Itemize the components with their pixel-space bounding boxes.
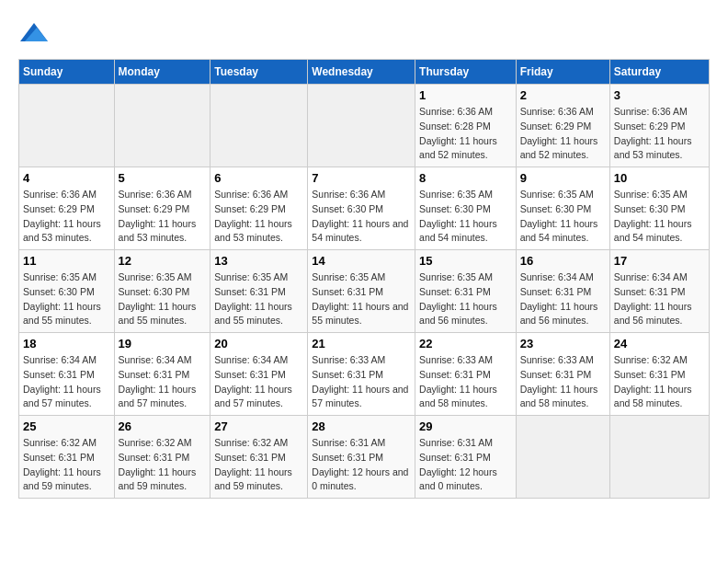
day-number: 22 — [419, 337, 512, 350]
calendar-cell: 16Sunrise: 6:34 AM Sunset: 6:31 PM Dayli… — [516, 250, 609, 333]
day-info: Sunrise: 6:34 AM Sunset: 6:31 PM Dayligh… — [23, 353, 110, 411]
day-number: 12 — [119, 254, 207, 268]
header-saturday: Saturday — [609, 60, 709, 85]
calendar-cell: 17Sunrise: 6:34 AM Sunset: 6:31 PM Dayli… — [609, 250, 709, 333]
calendar-cell: 24Sunrise: 6:32 AM Sunset: 6:31 PM Dayli… — [609, 333, 709, 416]
day-number: 9 — [520, 171, 606, 185]
header-thursday: Thursday — [415, 60, 517, 85]
day-number: 4 — [23, 171, 110, 185]
header-friday: Friday — [516, 60, 609, 85]
day-info: Sunrise: 6:35 AM Sunset: 6:31 PM Dayligh… — [214, 270, 303, 328]
day-info: Sunrise: 6:36 AM Sunset: 6:29 PM Dayligh… — [23, 188, 110, 246]
day-number: 26 — [119, 419, 207, 433]
header-tuesday: Tuesday — [210, 60, 308, 85]
day-info: Sunrise: 6:31 AM Sunset: 6:31 PM Dayligh… — [419, 436, 512, 494]
day-number: 24 — [614, 337, 705, 350]
logo-icon — [20, 18, 48, 46]
calendar-cell — [609, 416, 709, 499]
day-number: 11 — [23, 254, 110, 268]
calendar-cell: 8Sunrise: 6:35 AM Sunset: 6:30 PM Daylig… — [415, 167, 517, 250]
header-monday: Monday — [114, 60, 210, 85]
header-wednesday: Wednesday — [308, 60, 415, 85]
calendar-cell: 25Sunrise: 6:32 AM Sunset: 6:31 PM Dayli… — [19, 416, 115, 499]
calendar-cell — [19, 85, 115, 167]
calendar-cell: 7Sunrise: 6:36 AM Sunset: 6:30 PM Daylig… — [308, 167, 415, 250]
logo — [18, 18, 48, 50]
calendar-cell: 10Sunrise: 6:35 AM Sunset: 6:30 PM Dayli… — [609, 167, 709, 250]
day-info: Sunrise: 6:34 AM Sunset: 6:31 PM Dayligh… — [520, 270, 606, 328]
calendar-cell: 15Sunrise: 6:35 AM Sunset: 6:31 PM Dayli… — [415, 250, 517, 333]
day-info: Sunrise: 6:36 AM Sunset: 6:29 PM Dayligh… — [520, 105, 606, 163]
day-info: Sunrise: 6:36 AM Sunset: 6:29 PM Dayligh… — [214, 188, 303, 246]
day-info: Sunrise: 6:35 AM Sunset: 6:31 PM Dayligh… — [312, 270, 411, 328]
day-info: Sunrise: 6:32 AM Sunset: 6:31 PM Dayligh… — [214, 436, 303, 494]
calendar-cell: 3Sunrise: 6:36 AM Sunset: 6:29 PM Daylig… — [609, 85, 709, 167]
calendar-header-row: SundayMondayTuesdayWednesdayThursdayFrid… — [19, 60, 710, 85]
calendar-table: SundayMondayTuesdayWednesdayThursdayFrid… — [18, 59, 710, 499]
day-number: 18 — [23, 337, 110, 350]
week-row-3: 11Sunrise: 6:35 AM Sunset: 6:30 PM Dayli… — [19, 250, 710, 333]
calendar-cell: 12Sunrise: 6:35 AM Sunset: 6:30 PM Dayli… — [114, 250, 210, 333]
page-header — [18, 18, 710, 50]
week-row-1: 1Sunrise: 6:36 AM Sunset: 6:28 PM Daylig… — [19, 85, 710, 167]
calendar-cell: 20Sunrise: 6:34 AM Sunset: 6:31 PM Dayli… — [210, 333, 308, 416]
day-number: 6 — [214, 171, 303, 185]
day-number: 21 — [312, 337, 411, 350]
day-info: Sunrise: 6:33 AM Sunset: 6:31 PM Dayligh… — [520, 353, 606, 411]
day-info: Sunrise: 6:33 AM Sunset: 6:31 PM Dayligh… — [312, 353, 411, 411]
day-info: Sunrise: 6:36 AM Sunset: 6:28 PM Dayligh… — [419, 105, 512, 163]
day-number: 15 — [419, 254, 512, 268]
calendar-cell: 4Sunrise: 6:36 AM Sunset: 6:29 PM Daylig… — [19, 167, 115, 250]
day-number: 2 — [520, 88, 606, 102]
day-number: 16 — [520, 254, 606, 268]
day-number: 29 — [419, 419, 512, 433]
calendar-cell: 13Sunrise: 6:35 AM Sunset: 6:31 PM Dayli… — [210, 250, 308, 333]
day-number: 23 — [520, 337, 606, 350]
day-number: 13 — [214, 254, 303, 268]
calendar-cell: 27Sunrise: 6:32 AM Sunset: 6:31 PM Dayli… — [210, 416, 308, 499]
day-number: 25 — [23, 419, 110, 433]
calendar-cell: 18Sunrise: 6:34 AM Sunset: 6:31 PM Dayli… — [19, 333, 115, 416]
day-info: Sunrise: 6:33 AM Sunset: 6:31 PM Dayligh… — [419, 353, 512, 411]
day-number: 17 — [614, 254, 705, 268]
day-number: 3 — [614, 88, 705, 102]
day-number: 28 — [312, 419, 411, 433]
day-info: Sunrise: 6:35 AM Sunset: 6:30 PM Dayligh… — [23, 270, 110, 328]
header-sunday: Sunday — [19, 60, 115, 85]
calendar-cell — [308, 85, 415, 167]
calendar-cell: 26Sunrise: 6:32 AM Sunset: 6:31 PM Dayli… — [114, 416, 210, 499]
day-number: 5 — [119, 171, 207, 185]
day-info: Sunrise: 6:35 AM Sunset: 6:30 PM Dayligh… — [119, 270, 207, 328]
day-number: 8 — [419, 171, 512, 185]
day-info: Sunrise: 6:35 AM Sunset: 6:30 PM Dayligh… — [419, 188, 512, 246]
day-info: Sunrise: 6:35 AM Sunset: 6:31 PM Dayligh… — [419, 270, 512, 328]
day-info: Sunrise: 6:36 AM Sunset: 6:29 PM Dayligh… — [119, 188, 207, 246]
day-info: Sunrise: 6:34 AM Sunset: 6:31 PM Dayligh… — [119, 353, 207, 411]
day-number: 20 — [214, 337, 303, 350]
calendar-cell — [114, 85, 210, 167]
calendar-cell: 19Sunrise: 6:34 AM Sunset: 6:31 PM Dayli… — [114, 333, 210, 416]
calendar-cell — [516, 416, 609, 499]
calendar-cell: 14Sunrise: 6:35 AM Sunset: 6:31 PM Dayli… — [308, 250, 415, 333]
day-number: 7 — [312, 171, 411, 185]
calendar-cell: 22Sunrise: 6:33 AM Sunset: 6:31 PM Dayli… — [415, 333, 517, 416]
week-row-4: 18Sunrise: 6:34 AM Sunset: 6:31 PM Dayli… — [19, 333, 710, 416]
calendar-cell: 21Sunrise: 6:33 AM Sunset: 6:31 PM Dayli… — [308, 333, 415, 416]
day-number: 10 — [614, 171, 705, 185]
calendar-cell: 9Sunrise: 6:35 AM Sunset: 6:30 PM Daylig… — [516, 167, 609, 250]
calendar-cell: 29Sunrise: 6:31 AM Sunset: 6:31 PM Dayli… — [415, 416, 517, 499]
week-row-2: 4Sunrise: 6:36 AM Sunset: 6:29 PM Daylig… — [19, 167, 710, 250]
day-number: 14 — [312, 254, 411, 268]
calendar-cell: 23Sunrise: 6:33 AM Sunset: 6:31 PM Dayli… — [516, 333, 609, 416]
day-info: Sunrise: 6:36 AM Sunset: 6:30 PM Dayligh… — [312, 188, 411, 246]
day-info: Sunrise: 6:32 AM Sunset: 6:31 PM Dayligh… — [119, 436, 207, 494]
calendar-cell: 1Sunrise: 6:36 AM Sunset: 6:28 PM Daylig… — [415, 85, 517, 167]
calendar-cell: 2Sunrise: 6:36 AM Sunset: 6:29 PM Daylig… — [516, 85, 609, 167]
day-number: 1 — [419, 88, 512, 102]
day-info: Sunrise: 6:31 AM Sunset: 6:31 PM Dayligh… — [312, 436, 411, 494]
day-info: Sunrise: 6:34 AM Sunset: 6:31 PM Dayligh… — [214, 353, 303, 411]
calendar-cell: 11Sunrise: 6:35 AM Sunset: 6:30 PM Dayli… — [19, 250, 115, 333]
week-row-5: 25Sunrise: 6:32 AM Sunset: 6:31 PM Dayli… — [19, 416, 710, 499]
calendar-cell — [210, 85, 308, 167]
day-info: Sunrise: 6:34 AM Sunset: 6:31 PM Dayligh… — [614, 270, 705, 328]
